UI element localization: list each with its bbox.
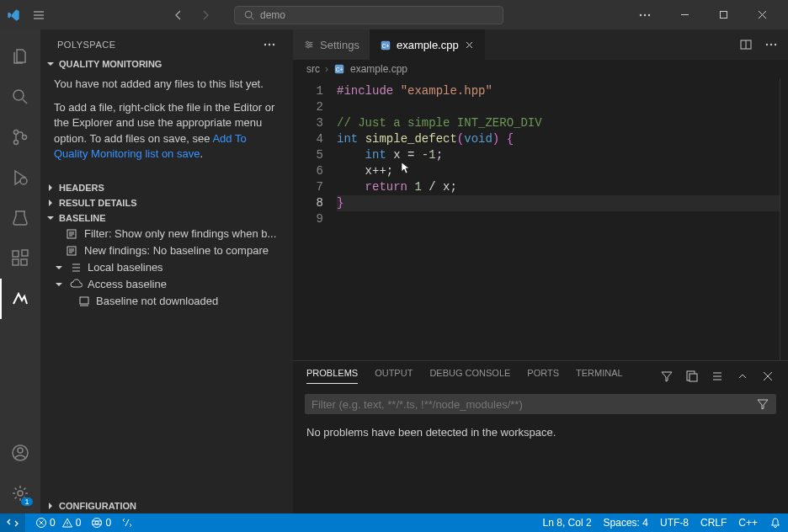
activity-run-debug[interactable] [0,157,40,198]
nav-back-icon[interactable] [172,8,185,22]
split-editor-icon[interactable] [739,38,753,51]
status-encoding[interactable]: UTF-8 [660,517,689,529]
svg-rect-11 [13,259,19,265]
list-icon [69,261,83,274]
problems-filter-box[interactable] [305,394,776,414]
sidebar-title: POLYSPACE [57,40,116,50]
panel-tab-debug-console[interactable]: DEBUG CONSOLE [429,368,510,384]
baseline-filter-item[interactable]: Filter: Show only new findings when b... [40,226,293,242]
svg-rect-12 [21,259,27,265]
panel-view-as-list-icon[interactable] [711,370,724,383]
sidebar: POLYSPACE QUALITY MONITORING You have no… [40,29,293,513]
search-text: demo [260,9,285,21]
download-status-icon [77,295,91,308]
status-notifications-icon[interactable] [769,517,781,529]
panel-tab-ports[interactable]: PORTS [527,368,559,384]
svg-point-19 [273,44,274,45]
vscode-icon [7,8,20,22]
baseline-local-group[interactable]: Local baselines [40,259,293,276]
tab-example-cpp[interactable]: C+ example.cpp [370,29,485,60]
panel-collapse-tree-icon[interactable] [685,370,699,383]
editor-tabs: Settings C+ example.cpp [293,29,788,60]
panel-close-icon[interactable] [761,370,775,383]
title-bar: demo [0,0,788,29]
section-baseline[interactable]: BASELINE [40,210,293,226]
filter-funnel-icon[interactable] [756,397,769,411]
maximize-window-button[interactable] [704,0,743,29]
minimize-window-button[interactable] [665,0,704,29]
panel-tab-output[interactable]: OUTPUT [375,368,413,384]
command-center-search[interactable]: demo [234,6,503,24]
activity-explorer[interactable] [0,36,40,77]
svg-point-18 [269,44,270,45]
activity-bar: 1 [0,29,40,513]
close-window-button[interactable] [743,0,781,29]
ellipsis-icon[interactable] [630,8,660,22]
bottom-panel: PROBLEMS OUTPUT DEBUG CONSOLE PORTS TERM… [293,360,788,513]
status-ports[interactable]: 0 [91,517,111,529]
breadcrumb[interactable]: src › C+ example.cpp [293,60,788,78]
code-content[interactable]: #include "example.hpp" // Just a simple … [337,78,780,360]
svg-point-5 [13,90,24,100]
svg-point-1 [640,13,642,15]
minimap[interactable] [780,78,788,360]
sidebar-ellipsis-icon[interactable] [263,38,276,51]
status-indentation[interactable]: Spaces: 4 [604,517,648,529]
svg-point-2 [644,13,646,15]
activity-source-control[interactable] [0,117,40,157]
svg-point-37 [93,519,102,528]
svg-rect-10 [13,251,19,257]
svg-point-15 [18,448,23,453]
panel-maximize-icon[interactable] [736,370,749,383]
activity-extensions[interactable] [0,238,40,279]
status-eol[interactable]: CRLF [700,517,727,529]
svg-point-29 [766,44,768,45]
activity-search[interactable] [0,77,40,117]
editor-ellipsis-icon[interactable] [764,38,778,51]
svg-text:C+: C+ [335,66,343,72]
section-quality-monitoring[interactable]: QUALITY MONITORING [40,56,293,72]
svg-text:C+: C+ [381,42,389,48]
svg-point-7 [14,141,19,145]
problems-filter-input[interactable] [311,398,756,411]
svg-rect-13 [22,250,28,256]
activity-accounts[interactable] [0,433,40,473]
problems-empty-message: No problems have been detected in the wo… [293,418,788,447]
quality-monitoring-body: You have not added any files to this lis… [40,72,293,180]
svg-point-3 [648,13,650,15]
svg-point-9 [20,178,27,184]
menu-icon[interactable] [32,8,45,22]
nav-forward-icon[interactable] [199,8,212,22]
activity-manage[interactable]: 1 [0,473,40,513]
activity-testing[interactable] [0,198,40,238]
status-errors-warnings[interactable]: 0 0 [35,517,81,529]
svg-point-8 [23,136,27,140]
status-build[interactable] [121,517,133,529]
baseline-not-downloaded-item[interactable]: Baseline not downloaded [40,293,293,310]
panel-filter-icon[interactable] [660,370,674,383]
baseline-new-findings-item[interactable]: New findings: No baseline to compare [40,242,293,259]
status-language-mode[interactable]: C++ [738,517,758,529]
svg-point-25 [307,45,309,47]
tab-settings[interactable]: Settings [293,29,370,60]
code-editor[interactable]: 123456789 #include "example.hpp" // Just… [293,78,788,360]
panel-tab-terminal[interactable]: TERMINAL [576,368,623,384]
panel-tab-problems[interactable]: PROBLEMS [306,368,358,384]
svg-point-0 [245,11,252,18]
svg-point-16 [18,491,23,496]
baseline-access-group[interactable]: Access baseline [40,276,293,293]
svg-rect-22 [80,297,88,304]
manage-badge: 1 [21,497,33,506]
section-headers[interactable]: HEADERS [40,180,293,195]
status-remote[interactable] [0,513,25,532]
section-result-details[interactable]: RESULT DETAILS [40,195,293,210]
section-configuration[interactable]: CONFIGURATION [40,498,293,513]
svg-point-6 [14,130,19,135]
activity-polyspace[interactable] [0,279,40,319]
status-cursor-position[interactable]: Ln 8, Col 2 [543,517,592,529]
new-findings-icon [66,244,79,258]
line-numbers: 123456789 [293,78,337,360]
tab-close-icon[interactable] [464,40,475,51]
svg-point-31 [775,44,776,45]
svg-point-24 [310,44,311,45]
